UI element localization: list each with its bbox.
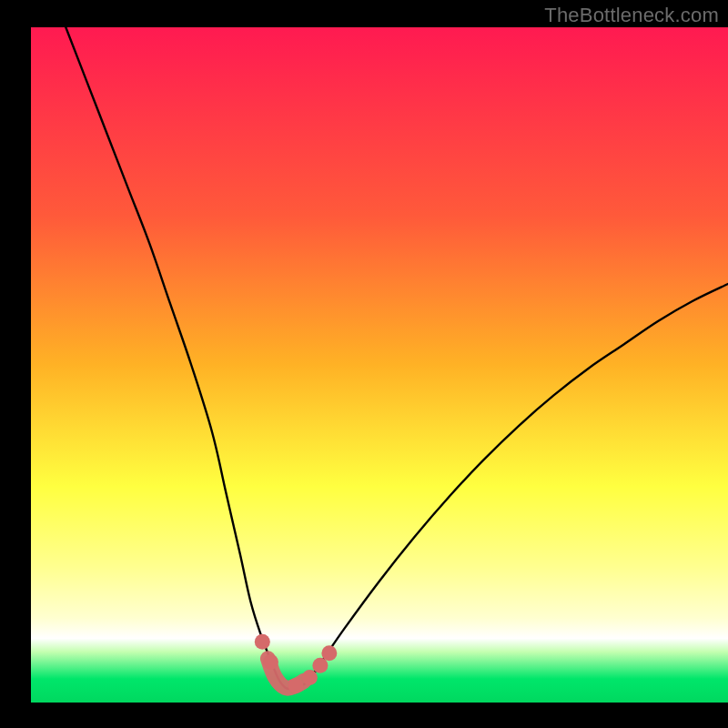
watermark-text: TheBottleneck.com bbox=[544, 4, 719, 27]
chart-frame: TheBottleneck.com bbox=[0, 0, 728, 728]
highlight-point bbox=[321, 645, 337, 661]
bottleneck-plot bbox=[0, 0, 728, 728]
gradient-background bbox=[31, 27, 728, 703]
highlight-point bbox=[288, 678, 304, 693]
highlight-point bbox=[263, 654, 278, 670]
highlight-point bbox=[302, 670, 318, 685]
highlight-point bbox=[255, 634, 270, 650]
